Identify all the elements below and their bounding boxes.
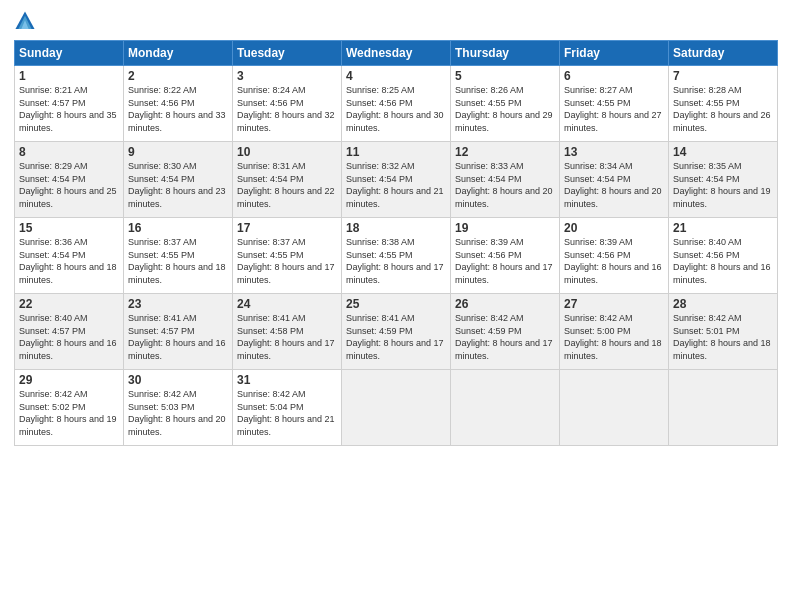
day-cell: 30Sunrise: 8:42 AMSunset: 5:03 PMDayligh…	[124, 370, 233, 446]
day-info: Sunrise: 8:31 AMSunset: 4:54 PMDaylight:…	[237, 161, 335, 209]
day-info: Sunrise: 8:27 AMSunset: 4:55 PMDaylight:…	[564, 85, 662, 133]
calendar-container: SundayMondayTuesdayWednesdayThursdayFrid…	[0, 0, 792, 454]
day-info: Sunrise: 8:39 AMSunset: 4:56 PMDaylight:…	[455, 237, 553, 285]
day-info: Sunrise: 8:41 AMSunset: 4:58 PMDaylight:…	[237, 313, 335, 361]
day-cell: 1Sunrise: 8:21 AMSunset: 4:57 PMDaylight…	[15, 66, 124, 142]
logo-icon	[14, 10, 36, 32]
day-cell: 27Sunrise: 8:42 AMSunset: 5:00 PMDayligh…	[560, 294, 669, 370]
header-cell-wednesday: Wednesday	[342, 41, 451, 66]
day-cell: 22Sunrise: 8:40 AMSunset: 4:57 PMDayligh…	[15, 294, 124, 370]
day-number: 24	[237, 297, 337, 311]
day-cell: 8Sunrise: 8:29 AMSunset: 4:54 PMDaylight…	[15, 142, 124, 218]
day-number: 19	[455, 221, 555, 235]
header-row: SundayMondayTuesdayWednesdayThursdayFrid…	[15, 41, 778, 66]
day-number: 21	[673, 221, 773, 235]
day-number: 27	[564, 297, 664, 311]
day-number: 25	[346, 297, 446, 311]
day-cell: 29Sunrise: 8:42 AMSunset: 5:02 PMDayligh…	[15, 370, 124, 446]
day-number: 17	[237, 221, 337, 235]
header-cell-thursday: Thursday	[451, 41, 560, 66]
day-cell: 19Sunrise: 8:39 AMSunset: 4:56 PMDayligh…	[451, 218, 560, 294]
week-row-2: 8Sunrise: 8:29 AMSunset: 4:54 PMDaylight…	[15, 142, 778, 218]
day-number: 8	[19, 145, 119, 159]
day-info: Sunrise: 8:41 AMSunset: 4:59 PMDaylight:…	[346, 313, 444, 361]
day-info: Sunrise: 8:42 AMSunset: 5:00 PMDaylight:…	[564, 313, 662, 361]
day-number: 14	[673, 145, 773, 159]
day-number: 31	[237, 373, 337, 387]
day-cell: 16Sunrise: 8:37 AMSunset: 4:55 PMDayligh…	[124, 218, 233, 294]
day-cell: 9Sunrise: 8:30 AMSunset: 4:54 PMDaylight…	[124, 142, 233, 218]
day-info: Sunrise: 8:42 AMSunset: 5:04 PMDaylight:…	[237, 389, 335, 437]
day-cell: 2Sunrise: 8:22 AMSunset: 4:56 PMDaylight…	[124, 66, 233, 142]
day-cell: 24Sunrise: 8:41 AMSunset: 4:58 PMDayligh…	[233, 294, 342, 370]
day-cell: 31Sunrise: 8:42 AMSunset: 5:04 PMDayligh…	[233, 370, 342, 446]
day-cell: 23Sunrise: 8:41 AMSunset: 4:57 PMDayligh…	[124, 294, 233, 370]
day-cell: 26Sunrise: 8:42 AMSunset: 4:59 PMDayligh…	[451, 294, 560, 370]
day-info: Sunrise: 8:38 AMSunset: 4:55 PMDaylight:…	[346, 237, 444, 285]
day-cell: 5Sunrise: 8:26 AMSunset: 4:55 PMDaylight…	[451, 66, 560, 142]
day-cell: 4Sunrise: 8:25 AMSunset: 4:56 PMDaylight…	[342, 66, 451, 142]
day-number: 6	[564, 69, 664, 83]
day-info: Sunrise: 8:22 AMSunset: 4:56 PMDaylight:…	[128, 85, 226, 133]
day-cell: 18Sunrise: 8:38 AMSunset: 4:55 PMDayligh…	[342, 218, 451, 294]
day-info: Sunrise: 8:42 AMSunset: 4:59 PMDaylight:…	[455, 313, 553, 361]
day-info: Sunrise: 8:25 AMSunset: 4:56 PMDaylight:…	[346, 85, 444, 133]
day-info: Sunrise: 8:29 AMSunset: 4:54 PMDaylight:…	[19, 161, 117, 209]
day-cell: 11Sunrise: 8:32 AMSunset: 4:54 PMDayligh…	[342, 142, 451, 218]
day-cell: 25Sunrise: 8:41 AMSunset: 4:59 PMDayligh…	[342, 294, 451, 370]
day-number: 30	[128, 373, 228, 387]
day-number: 7	[673, 69, 773, 83]
day-info: Sunrise: 8:39 AMSunset: 4:56 PMDaylight:…	[564, 237, 662, 285]
day-number: 29	[19, 373, 119, 387]
day-info: Sunrise: 8:21 AMSunset: 4:57 PMDaylight:…	[19, 85, 117, 133]
day-info: Sunrise: 8:40 AMSunset: 4:57 PMDaylight:…	[19, 313, 117, 361]
day-cell: 14Sunrise: 8:35 AMSunset: 4:54 PMDayligh…	[669, 142, 778, 218]
day-cell: 7Sunrise: 8:28 AMSunset: 4:55 PMDaylight…	[669, 66, 778, 142]
day-number: 12	[455, 145, 555, 159]
day-number: 13	[564, 145, 664, 159]
day-info: Sunrise: 8:26 AMSunset: 4:55 PMDaylight:…	[455, 85, 553, 133]
day-number: 4	[346, 69, 446, 83]
day-info: Sunrise: 8:40 AMSunset: 4:56 PMDaylight:…	[673, 237, 771, 285]
day-cell	[342, 370, 451, 446]
day-info: Sunrise: 8:32 AMSunset: 4:54 PMDaylight:…	[346, 161, 444, 209]
day-cell: 17Sunrise: 8:37 AMSunset: 4:55 PMDayligh…	[233, 218, 342, 294]
day-number: 11	[346, 145, 446, 159]
day-info: Sunrise: 8:34 AMSunset: 4:54 PMDaylight:…	[564, 161, 662, 209]
day-info: Sunrise: 8:24 AMSunset: 4:56 PMDaylight:…	[237, 85, 335, 133]
day-number: 18	[346, 221, 446, 235]
day-cell: 21Sunrise: 8:40 AMSunset: 4:56 PMDayligh…	[669, 218, 778, 294]
day-cell: 20Sunrise: 8:39 AMSunset: 4:56 PMDayligh…	[560, 218, 669, 294]
header	[14, 10, 778, 32]
day-number: 16	[128, 221, 228, 235]
day-cell	[451, 370, 560, 446]
day-cell	[669, 370, 778, 446]
day-info: Sunrise: 8:42 AMSunset: 5:03 PMDaylight:…	[128, 389, 226, 437]
day-cell: 28Sunrise: 8:42 AMSunset: 5:01 PMDayligh…	[669, 294, 778, 370]
day-cell	[560, 370, 669, 446]
week-row-3: 15Sunrise: 8:36 AMSunset: 4:54 PMDayligh…	[15, 218, 778, 294]
day-info: Sunrise: 8:42 AMSunset: 5:01 PMDaylight:…	[673, 313, 771, 361]
day-cell: 15Sunrise: 8:36 AMSunset: 4:54 PMDayligh…	[15, 218, 124, 294]
logo	[14, 10, 40, 32]
day-number: 2	[128, 69, 228, 83]
week-row-4: 22Sunrise: 8:40 AMSunset: 4:57 PMDayligh…	[15, 294, 778, 370]
header-cell-friday: Friday	[560, 41, 669, 66]
day-info: Sunrise: 8:37 AMSunset: 4:55 PMDaylight:…	[128, 237, 226, 285]
header-cell-tuesday: Tuesday	[233, 41, 342, 66]
day-number: 23	[128, 297, 228, 311]
day-info: Sunrise: 8:35 AMSunset: 4:54 PMDaylight:…	[673, 161, 771, 209]
day-number: 9	[128, 145, 228, 159]
day-number: 22	[19, 297, 119, 311]
header-cell-sunday: Sunday	[15, 41, 124, 66]
calendar-table: SundayMondayTuesdayWednesdayThursdayFrid…	[14, 40, 778, 446]
day-number: 15	[19, 221, 119, 235]
day-info: Sunrise: 8:30 AMSunset: 4:54 PMDaylight:…	[128, 161, 226, 209]
day-info: Sunrise: 8:33 AMSunset: 4:54 PMDaylight:…	[455, 161, 553, 209]
day-number: 5	[455, 69, 555, 83]
day-cell: 12Sunrise: 8:33 AMSunset: 4:54 PMDayligh…	[451, 142, 560, 218]
week-row-5: 29Sunrise: 8:42 AMSunset: 5:02 PMDayligh…	[15, 370, 778, 446]
day-cell: 6Sunrise: 8:27 AMSunset: 4:55 PMDaylight…	[560, 66, 669, 142]
day-number: 10	[237, 145, 337, 159]
day-number: 3	[237, 69, 337, 83]
